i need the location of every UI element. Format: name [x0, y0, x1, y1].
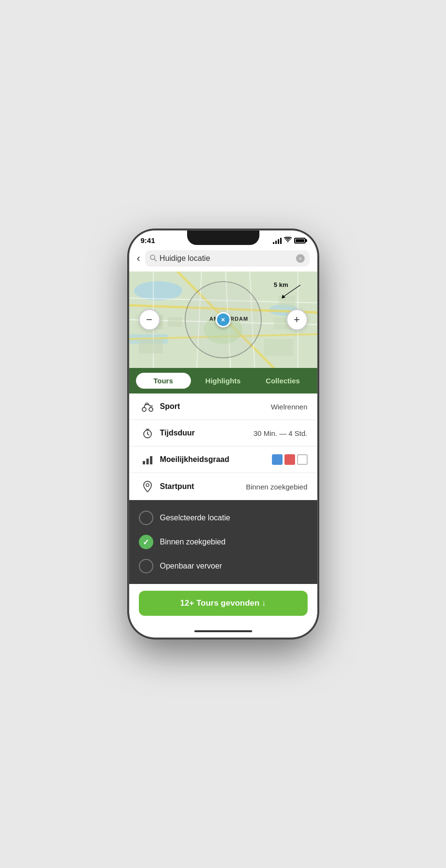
center-marker-icon: × — [221, 316, 225, 324]
moeilijkheidsgraad-icon — [139, 454, 156, 465]
startpunt-label: Startpunt — [160, 482, 246, 491]
difficulty-dot-red — [284, 454, 295, 465]
filter-row-sport[interactable]: Sport Wielrennen — [129, 393, 317, 420]
svg-rect-17 — [168, 317, 182, 327]
radio-section: Geselcteerde locatie Binnen zoekgebied O… — [129, 500, 317, 584]
svg-rect-21 — [264, 339, 293, 356]
map-center-marker: × — [216, 312, 231, 327]
svg-point-35 — [146, 484, 149, 487]
radio-row-geselecteerde-locatie[interactable]: Geselcteerde locatie — [139, 506, 308, 530]
sport-label: Sport — [160, 402, 271, 411]
search-input-wrap[interactable]: Huidige locatie × — [145, 250, 310, 267]
status-icons — [273, 237, 306, 244]
distance-arrow — [269, 276, 308, 300]
clear-search-button[interactable]: × — [296, 254, 305, 263]
svg-point-25 — [142, 407, 146, 411]
radio-row-openbaar-vervoer[interactable]: Openbaar vervoer — [139, 554, 308, 578]
battery-icon — [294, 238, 306, 244]
radio-binnen-zoekgebied[interactable] — [139, 535, 153, 549]
svg-rect-32 — [143, 461, 145, 464]
difficulty-dots — [272, 454, 308, 465]
startpunt-value: Binnen zoekgebied — [246, 483, 308, 491]
filter-section: Sport Wielrennen Tijdsduur 30 Min. — 4 S… — [129, 393, 317, 500]
moeilijkheidsgraad-label: Moeilijkheidsgraad — [160, 455, 272, 464]
svg-line-23 — [284, 285, 300, 297]
startpunt-icon — [139, 481, 156, 492]
zoom-plus-button[interactable]: + — [286, 309, 308, 330]
svg-rect-33 — [146, 459, 149, 464]
filter-row-moeilijkheidsgraad[interactable]: Moeilijkheidsgraad — [129, 447, 317, 473]
svg-line-1 — [154, 259, 157, 261]
tab-highlights[interactable]: Highlights — [196, 373, 251, 389]
search-input[interactable]: Huidige locatie — [160, 254, 293, 263]
radio-label-openbaar-vervoer: Openbaar vervoer — [160, 562, 222, 570]
svg-point-26 — [149, 407, 153, 411]
svg-line-31 — [148, 434, 149, 435]
tab-collecties[interactable]: Collecties — [256, 373, 311, 389]
search-icon — [150, 255, 157, 263]
notch — [187, 231, 259, 245]
home-indicator — [129, 625, 317, 636]
zoom-minus-button[interactable]: − — [139, 309, 160, 330]
filter-row-tijdsduur[interactable]: Tijdsduur 30 Min. — 4 Std. — [129, 420, 317, 447]
tab-bar: Tours Highlights Collecties — [129, 368, 317, 393]
cta-section: 12+ Tours gevonden ↓ — [129, 584, 317, 625]
search-bar-row: ‹ Huidige locatie × — [129, 246, 317, 271]
wifi-icon — [284, 237, 292, 244]
radio-openbaar-vervoer[interactable] — [139, 559, 153, 573]
tab-tours[interactable]: Tours — [136, 373, 191, 389]
filter-row-startpunt[interactable]: Startpunt Binnen zoekgebied — [129, 473, 317, 500]
back-button[interactable]: ‹ — [137, 252, 140, 265]
difficulty-dot-blue — [272, 454, 283, 465]
status-time: 9:41 — [141, 236, 155, 244]
radio-row-binnen-zoekgebied[interactable]: Binnen zoekgebied — [139, 530, 308, 554]
svg-rect-34 — [150, 456, 152, 464]
difficulty-dot-empty — [297, 454, 308, 465]
home-bar — [194, 630, 252, 632]
tijdsduur-icon — [139, 428, 156, 438]
sport-icon — [139, 401, 156, 412]
tijdsduur-label: Tijdsduur — [160, 429, 254, 437]
radio-label-binnen-zoekgebied: Binnen zoekgebied — [160, 538, 226, 546]
phone-frame: 9:41 — [129, 231, 317, 637]
svg-rect-20 — [139, 339, 163, 353]
svg-point-3 — [134, 281, 182, 300]
cta-button[interactable]: 12+ Tours gevonden ↓ — [139, 591, 308, 616]
phone-screen: 9:41 — [129, 231, 317, 637]
radio-geselecteerde-locatie[interactable] — [139, 511, 153, 525]
map-area[interactable]: AMSTERDAM 5 km × − + — [129, 271, 317, 368]
radio-label-geselecteerde-locatie: Geselcteerde locatie — [160, 514, 230, 522]
signal-icon — [273, 237, 282, 244]
tijdsduur-value: 30 Min. — 4 Std. — [254, 429, 308, 437]
sport-value: Wielrennen — [271, 403, 308, 411]
